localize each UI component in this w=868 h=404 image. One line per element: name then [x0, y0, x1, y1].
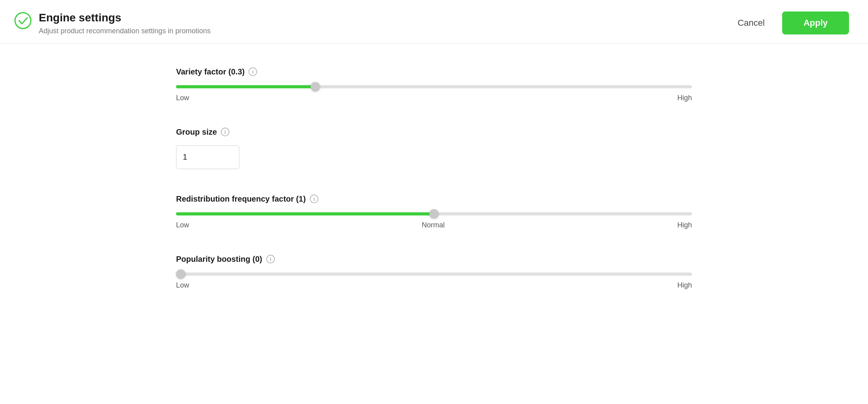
svg-text:i: i	[252, 69, 254, 75]
popularity-boosting-thumb[interactable]	[176, 269, 186, 279]
redistribution-frequency-section: Redistribution frequency factor (1) i Lo…	[176, 194, 692, 229]
apply-button[interactable]: Apply	[782, 11, 849, 34]
header-left: Engine settings Adjust product recommend…	[14, 11, 210, 35]
header-actions: Cancel Apply	[730, 11, 849, 34]
svg-text:i: i	[313, 196, 315, 202]
variety-factor-track	[176, 85, 692, 88]
variety-factor-labels: Low High	[176, 94, 692, 102]
variety-factor-label: Variety factor (0.3) i	[176, 67, 692, 76]
svg-text:i: i	[270, 256, 271, 262]
cancel-button[interactable]: Cancel	[730, 12, 772, 34]
variety-factor-low-label: Low	[176, 94, 189, 102]
group-size-input[interactable]	[176, 145, 239, 169]
svg-text:i: i	[225, 129, 226, 135]
redistribution-frequency-slider[interactable]	[176, 212, 692, 215]
popularity-boosting-label: Popularity boosting (0) i	[176, 255, 692, 264]
redistribution-frequency-track	[176, 212, 692, 215]
popularity-boosting-slider[interactable]	[176, 273, 692, 276]
popularity-boosting-section: Popularity boosting (0) i Low High	[176, 255, 692, 290]
popularity-boosting-labels: Low High	[176, 281, 692, 290]
redistribution-frequency-label: Redistribution frequency factor (1) i	[176, 194, 692, 204]
redistribution-frequency-fill	[176, 212, 434, 215]
settings-content: Variety factor (0.3) i Low High Group si…	[157, 44, 711, 339]
popularity-boosting-high-label: High	[677, 281, 692, 290]
page-subtitle: Adjust product recommendation settings i…	[39, 27, 210, 35]
page-title: Engine settings	[39, 11, 210, 25]
redistribution-frequency-info-icon[interactable]: i	[310, 194, 318, 203]
popularity-boosting-track	[176, 273, 692, 276]
check-circle-icon	[14, 12, 32, 29]
redistribution-frequency-low-label: Low	[176, 221, 189, 229]
redistribution-frequency-thumb[interactable]	[429, 209, 439, 219]
popularity-boosting-low-label: Low	[176, 281, 189, 290]
redistribution-frequency-high-label: High	[677, 221, 692, 229]
variety-factor-title: Variety factor (0.3)	[176, 67, 244, 76]
variety-factor-slider[interactable]	[176, 85, 692, 88]
group-size-label: Group size i	[176, 128, 692, 137]
group-size-title: Group size	[176, 128, 217, 137]
group-size-section: Group size i	[176, 128, 692, 169]
header-text-block: Engine settings Adjust product recommend…	[39, 11, 210, 35]
popularity-boosting-info-icon[interactable]: i	[266, 255, 275, 263]
redistribution-frequency-normal-label: Normal	[422, 221, 445, 229]
variety-factor-thumb[interactable]	[311, 82, 320, 91]
redistribution-frequency-title: Redistribution frequency factor (1)	[176, 194, 306, 204]
variety-factor-section: Variety factor (0.3) i Low High	[176, 67, 692, 102]
popularity-boosting-title: Popularity boosting (0)	[176, 255, 262, 264]
svg-point-0	[15, 13, 31, 29]
variety-factor-info-icon[interactable]: i	[248, 67, 257, 76]
variety-factor-fill	[176, 85, 315, 88]
redistribution-frequency-labels: Low Normal High	[176, 221, 692, 229]
variety-factor-high-label: High	[677, 94, 692, 102]
header: Engine settings Adjust product recommend…	[0, 0, 868, 44]
group-size-info-icon[interactable]: i	[221, 128, 229, 136]
